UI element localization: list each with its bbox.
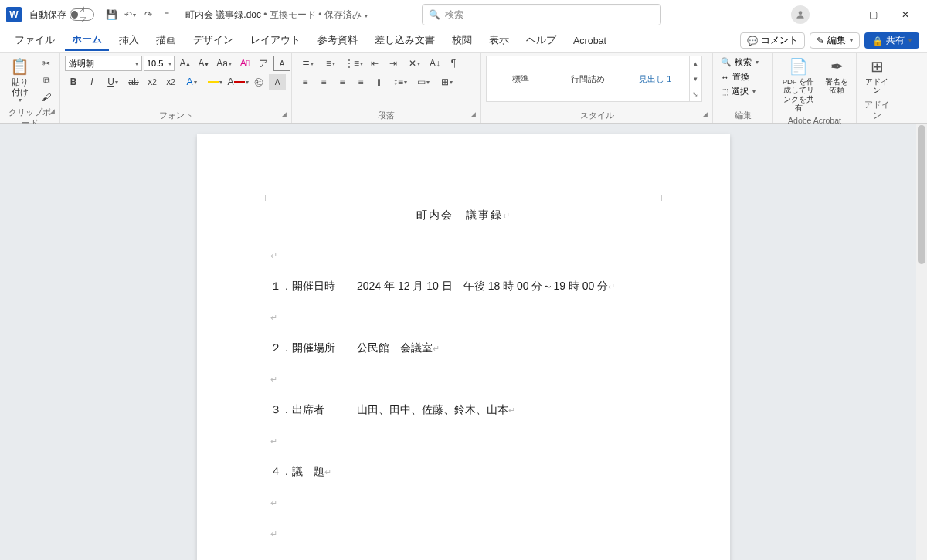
borders-icon[interactable]: ⊞▾ <box>436 74 457 90</box>
group-label-styles: スタイル◢ <box>486 109 708 121</box>
search-placeholder: 検索 <box>445 8 464 22</box>
user-avatar[interactable] <box>791 5 810 24</box>
align-left-icon[interactable]: ≡ <box>297 74 314 90</box>
styles-scroll[interactable]: ▴▾⤡ <box>689 56 701 102</box>
tab-file[interactable]: ファイル <box>8 31 62 50</box>
style-normal[interactable]: 標準 <box>487 67 554 91</box>
char-shading-icon[interactable]: A <box>269 74 286 90</box>
highlight-icon[interactable]: ▾ <box>204 74 226 90</box>
strikethrough-icon[interactable]: ab <box>125 74 142 90</box>
font-size-select[interactable]: 10.5▾ <box>144 56 175 71</box>
tab-layout[interactable]: レイアウト <box>243 31 307 50</box>
doc-line-agenda: ４．議 題↵ <box>270 460 657 482</box>
superscript-icon[interactable]: x2 <box>162 74 179 90</box>
tab-view[interactable]: 表示 <box>482 31 516 50</box>
tab-home[interactable]: ホーム <box>65 30 109 51</box>
line-spacing-icon[interactable]: ↕≡▾ <box>389 74 411 90</box>
styles-gallery[interactable]: 標準 行間詰め 見出し 1 ▴▾⤡ <box>486 56 702 102</box>
tab-acrobat[interactable]: Acrobat <box>566 32 613 49</box>
increase-font-icon[interactable]: A▴ <box>176 56 193 71</box>
dialog-launcher-icon[interactable]: ◢ <box>470 110 476 118</box>
tab-review[interactable]: 校閲 <box>445 31 479 50</box>
save-icon[interactable]: 💾 <box>104 8 118 22</box>
scroll-thumb[interactable] <box>918 125 925 264</box>
font-color-icon[interactable]: A▾ <box>227 74 249 90</box>
phonetic-guide-icon[interactable]: ア <box>255 56 272 71</box>
autosave-toggle[interactable]: 自動保存 オフ <box>29 8 94 22</box>
redo-icon[interactable]: ↷ <box>141 8 155 22</box>
dialog-launcher-icon[interactable]: ◢ <box>49 107 55 115</box>
autosave-label: 自動保存 <box>29 8 66 22</box>
search-input[interactable]: 🔍 検索 <box>422 4 661 25</box>
document-area[interactable]: 町内会 議事録↵ ↵ １．開催日時 2024 年 12 月 10 日 午後 18… <box>0 124 927 560</box>
undo-icon[interactable]: ↶▾ <box>123 8 137 22</box>
clear-format-icon[interactable]: A⃠ <box>236 56 253 71</box>
search-icon: 🔍 <box>429 9 440 20</box>
distribute-icon[interactable]: ⫿ <box>371 74 388 90</box>
style-heading1[interactable]: 見出し 1 <box>622 67 689 91</box>
font-name-select[interactable]: 游明朝▾ <box>65 56 142 71</box>
qat-customize-icon[interactable]: ⁼ <box>160 8 174 22</box>
show-marks-icon[interactable]: ¶ <box>445 56 462 71</box>
justify-icon[interactable]: ≡ <box>352 74 369 90</box>
doc-blank-line: ↵ <box>270 491 657 513</box>
word-app-icon: W <box>6 7 22 22</box>
doc-blank-line: ↵ <box>270 429 657 451</box>
cut-icon[interactable]: ✂ <box>38 56 55 71</box>
pdf-icon: 📄 <box>789 57 808 76</box>
copy-icon[interactable]: ⧉ <box>38 73 55 88</box>
tab-draw[interactable]: 描画 <box>149 31 183 50</box>
select-button[interactable]: ⬚ 選択▾ <box>718 85 762 98</box>
vertical-scrollbar[interactable] <box>916 124 927 560</box>
align-right-icon[interactable]: ≡ <box>334 74 351 90</box>
tab-mailings[interactable]: 差し込み文書 <box>368 31 442 50</box>
addin-button[interactable]: ⊞ アドイン <box>861 56 892 97</box>
format-painter-icon[interactable]: 🖌 <box>38 90 55 105</box>
document-page[interactable]: 町内会 議事録↵ ↵ １．開催日時 2024 年 12 月 10 日 午後 18… <box>197 134 730 560</box>
multilevel-icon[interactable]: ⋮≡▾ <box>343 56 365 71</box>
group-font: 游明朝▾ 10.5▾ A▴ A▾ Aa▾ A⃠ ア A B I U▾ ab x2… <box>60 53 292 123</box>
margin-marker-icon <box>656 195 662 201</box>
margin-marker-icon <box>265 195 271 201</box>
ribbon-tabs: ファイル ホーム 挿入 描画 デザイン レイアウト 参考資料 差し込み文書 校閲… <box>0 29 927 53</box>
minimize-button[interactable]: ─ <box>825 3 856 26</box>
dialog-launcher-icon[interactable]: ◢ <box>281 110 287 118</box>
asian-layout-icon[interactable]: ✕▾ <box>403 56 425 71</box>
create-pdf-button[interactable]: 📄 PDF を作成してリンクを共有 <box>778 56 819 114</box>
change-case-icon[interactable]: Aa▾ <box>213 56 235 71</box>
align-center-icon[interactable]: ≡ <box>315 74 332 90</box>
increase-indent-icon[interactable]: ⇥ <box>385 56 402 71</box>
ribbon: 📋 貼り付け▾ ✂ ⧉ 🖌 クリップボード◢ 游明朝▾ 10.5▾ A▴ A▾ … <box>0 53 927 124</box>
tab-references[interactable]: 参考資料 <box>311 31 365 50</box>
style-nospace[interactable]: 行間詰め <box>554 67 621 91</box>
underline-icon[interactable]: U▾ <box>102 74 124 90</box>
dialog-launcher-icon[interactable]: ◢ <box>702 110 708 118</box>
enclose-char-icon[interactable]: ㊓ <box>250 74 267 90</box>
italic-icon[interactable]: I <box>83 74 100 90</box>
subscript-icon[interactable]: x2 <box>144 74 161 90</box>
autosave-pill[interactable]: オフ <box>70 8 94 21</box>
maximize-button[interactable]: ▢ <box>857 3 888 26</box>
edit-mode-button[interactable]: ✎ 編集 ▾ <box>810 32 860 49</box>
bold-icon[interactable]: B <box>65 74 82 90</box>
numbering-icon[interactable]: ≡▾ <box>320 56 341 71</box>
char-border-icon[interactable]: A <box>273 56 290 71</box>
decrease-indent-icon[interactable]: ⇤ <box>366 56 383 71</box>
doc-blank-line: ↵ <box>270 244 657 266</box>
tab-insert[interactable]: 挿入 <box>112 31 146 50</box>
find-button[interactable]: 🔍 検索▾ <box>718 56 762 69</box>
shading-icon[interactable]: ▭▾ <box>413 74 434 90</box>
document-filename[interactable]: 町内会 議事録.doc • 互換モード • 保存済み ▾ <box>185 8 368 22</box>
close-button[interactable]: ✕ <box>890 3 921 26</box>
request-sign-button[interactable]: ✒ 署名を依頼 <box>822 56 851 97</box>
comment-button[interactable]: 💬 コメント <box>740 32 805 49</box>
paste-button[interactable]: 📋 貼り付け▾ <box>5 56 35 106</box>
share-button[interactable]: 🔒 共有 ▾ <box>864 32 919 49</box>
decrease-font-icon[interactable]: A▾ <box>195 56 212 71</box>
bullets-icon[interactable]: ≣▾ <box>297 56 318 71</box>
replace-button[interactable]: ↔ 置換 <box>718 70 762 83</box>
tab-design[interactable]: デザイン <box>186 31 240 50</box>
text-effects-icon[interactable]: A▾ <box>181 74 202 90</box>
sort-icon[interactable]: A↓ <box>426 56 443 71</box>
tab-help[interactable]: ヘルプ <box>519 31 563 50</box>
